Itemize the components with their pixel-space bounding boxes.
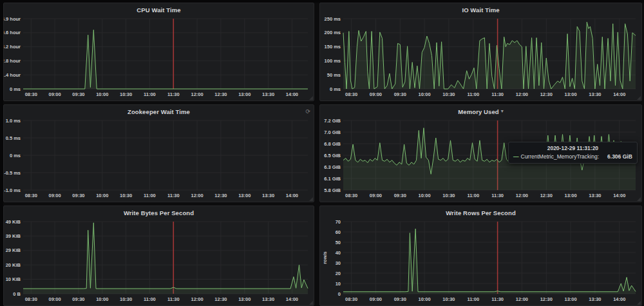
x-axis-label: 09:30 [394,193,406,198]
panel-menu-caret-icon[interactable]: ▾ [501,109,504,114]
y-axis-label: 40 [336,250,341,256]
panel-resize-handle-icon[interactable] [309,96,313,100]
x-axis-label: 12:30 [214,91,227,97]
x-axis-label: 10:30 [120,296,132,302]
y-axis-label: -1.0 ms [4,187,21,193]
chart-write-bytes-per-second[interactable]: 08:3009:0009:3010:0010:3011:0011:3012:00… [4,206,314,305]
panel-title[interactable]: Write Bytes Per Second [124,209,194,216]
x-axis-label: 13:00 [565,296,577,302]
panel-title[interactable]: Zookeeper Wait Time [128,108,190,115]
chart-write-rows-per-second[interactable]: 08:3009:0009:3010:0010:3011:0011:3012:00… [320,206,641,305]
y-axis-label: 0.5 ms [6,135,21,141]
y-axis-label: 6.8 GiB [324,141,341,147]
x-axis-label: 09:30 [394,296,406,302]
x-axis-label: 12:30 [214,193,227,198]
series-area [343,229,636,294]
panel-title[interactable]: IO Wait Time [462,6,499,14]
x-axis-label: 12:00 [191,296,204,302]
y-axis-label: 2.8 hour [4,58,21,64]
x-axis-label: 08:30 [345,296,357,302]
panel-title[interactable]: Memory Used [458,108,498,115]
panel-header[interactable]: IO Wait Time [320,5,641,14]
y-axis-label: 200 ms [325,30,341,35]
panel-title[interactable]: CPU Wait Time [137,6,180,14]
tooltip-timestamp: 2020-12-29 11:31:20 [513,145,632,151]
series-area [23,223,308,294]
panel-zookeeper-wait-time: Zookeeper Wait Time ⟳ 08:3009:0009:3010:… [3,104,314,202]
y-axis-label: 20 [336,271,341,276]
y-axis-label: 250 ms [325,16,341,22]
panel-resize-handle-icon[interactable] [637,197,641,201]
x-axis-label: 10:00 [419,193,431,198]
y-axis-label: -0.5 ms [4,170,21,176]
y-axis-label: 50 [336,240,341,245]
y-axis-label: 7.0 GiB [324,129,341,135]
x-axis-label: 09:00 [370,193,382,198]
y-axis-label: 0 ms [10,86,21,92]
x-axis-label: 10:00 [96,193,108,198]
loading-spinner-icon: ⟳ [305,109,310,115]
x-axis-label: 12:00 [516,193,528,198]
x-axis-label: 12:30 [540,91,553,97]
chart-zookeeper-wait-time[interactable]: 08:3009:0009:3010:0010:3011:0011:3012:00… [4,105,314,202]
x-axis-label: 10:00 [96,91,108,97]
chart-cpu-wait-time[interactable]: 08:3009:0009:3010:0010:3011:0011:3012:00… [4,3,314,100]
tooltip-series-label: CurrentMetric_MemoryTracking: [521,153,600,160]
x-axis-label: 10:00 [419,91,431,97]
y-axis-label: 70 [336,219,341,225]
panel-title[interactable]: Write Rows Per Second [446,209,516,216]
x-axis-label: 13:00 [238,91,251,97]
y-axis-label: 100 ms [325,58,341,64]
x-axis-label: 09:30 [72,91,84,97]
x-axis-label: 08:30 [25,193,37,198]
panel-header[interactable]: Write Bytes Per Second [4,208,314,217]
x-axis-label: 11:00 [144,91,156,97]
panel-write-rows-per-second: Write Rows Per Second 08:3009:0009:3010:… [319,206,642,306]
x-axis-label: 11:00 [467,296,479,302]
y-axis-label: 60 [336,229,341,235]
x-axis-label: 13:30 [589,193,601,198]
y-axis-label: 10 [336,281,341,287]
x-axis-label: 09:00 [49,91,61,97]
x-axis-label: 12:00 [516,296,528,302]
x-axis-label: 13:30 [589,296,601,302]
y-axis-label: 1.0 ms [6,118,21,124]
x-axis-label: 12:30 [540,193,553,198]
chart-io-wait-time[interactable]: 08:3009:0009:3010:0010:3011:0011:3012:00… [320,3,641,100]
x-axis-label: 09:00 [49,193,61,198]
x-axis-label: 12:00 [191,91,204,97]
y-axis-label: 4.2 hour [4,44,21,50]
panel-resize-handle-icon[interactable] [309,301,313,305]
x-axis-label: 12:00 [516,91,528,97]
x-axis-label: 10:30 [120,193,132,198]
x-axis-label: 11:00 [144,296,156,302]
y-axis-label: 0 ms [330,86,341,92]
x-axis-label: 10:30 [442,296,455,302]
series-line [23,30,308,89]
x-axis-label: 11:30 [167,296,180,302]
x-axis-label: 08:30 [25,91,37,97]
y-axis-label: 7.2 GiB [324,118,341,124]
x-axis-label: 10:30 [120,91,132,97]
panel-memory-used: Memory Used ▾ 08:3009:0009:3010:0010:301… [319,104,642,202]
panel-resize-handle-icon[interactable] [637,96,641,100]
x-axis-label: 13:00 [565,193,577,198]
panel-header[interactable]: Write Rows Per Second [320,208,641,217]
panel-header[interactable]: Memory Used ▾ [320,107,641,116]
panel-resize-handle-icon[interactable] [309,197,313,201]
x-axis-label: 09:00 [370,91,382,97]
tooltip-series-value: 6.306 GiB [601,153,632,160]
panel-header[interactable]: Zookeeper Wait Time [4,107,314,116]
x-axis-label: 13:30 [262,296,274,302]
x-axis-label: 13:30 [262,193,274,198]
x-axis-label: 09:00 [370,296,382,302]
x-axis-label: 14:00 [613,91,625,97]
series-color-dash-icon: — [513,153,519,160]
y-axis-label: 150 ms [325,44,341,50]
panel-header[interactable]: CPU Wait Time [4,5,314,14]
series-area [343,22,636,89]
y-axis-label: 0 [338,291,341,297]
y-axis-label: 1.4 hour [4,72,21,78]
x-axis-label: 10:30 [442,91,455,97]
panel-resize-handle-icon[interactable] [637,301,641,305]
